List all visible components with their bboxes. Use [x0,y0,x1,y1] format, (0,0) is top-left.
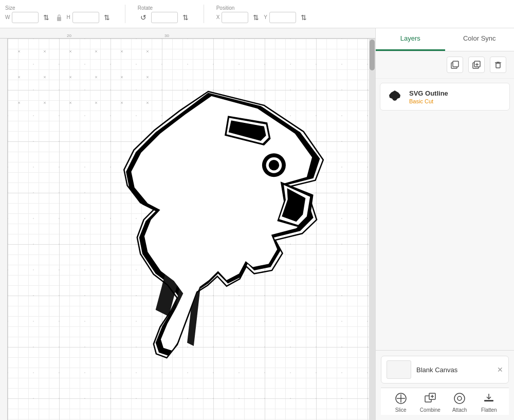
blank-canvas-item[interactable]: Blank Canvas ✕ [381,356,509,384]
combine-button[interactable]: Combine [417,391,443,413]
ruler-tick-20: 20 [67,33,71,38]
top-toolbar: Size W ⇅ H ⇅ Rotate ↺ ⇅ Position X ⇅ [0,0,514,28]
rotate-label: Rotate [138,5,153,11]
rotate-icon[interactable]: ↺ [138,12,149,23]
flatten-label: Flatten [481,407,497,413]
combine-icon [423,391,437,406]
combine-label: Combine [420,407,440,413]
layer-thumbnail [386,87,404,106]
flatten-icon [482,391,496,406]
size-group: Size W ⇅ H ⇅ [5,5,113,23]
sep2 [204,5,204,23]
y-input[interactable] [269,12,296,23]
ruler-left [0,39,8,420]
height-arrows-icon[interactable]: ⇅ [101,12,113,23]
attach-label: Attach [452,407,467,413]
copy-layer-button[interactable] [447,57,463,73]
w-label: W [5,14,10,20]
svg-point-23 [457,396,462,400]
svg-rect-8 [453,61,458,67]
svg-rect-0 [57,17,61,21]
slice-icon [394,391,408,406]
blank-canvas-thumbnail [387,360,411,379]
canvas-grid[interactable] [8,39,375,420]
blank-canvas-label: Blank Canvas [416,366,457,374]
position-label: Position [216,5,235,11]
right-panel: Layers Color Sync [375,28,514,420]
main-area: 20 30 [0,28,514,420]
x-arrows-icon[interactable]: ⇅ [250,12,262,23]
rotate-arrows-icon[interactable]: ⇅ [180,12,191,23]
svg-rect-24 [484,400,493,401]
tab-color-sync[interactable]: Color Sync [445,28,515,51]
y-label: Y [264,14,267,20]
tab-layers[interactable]: Layers [376,28,445,51]
attach-button[interactable]: Attach [447,391,472,413]
rotate-input[interactable] [151,12,178,23]
panel-actions [376,51,514,79]
flatten-button[interactable]: Flatten [476,391,502,413]
ruler-tick-30: 30 [164,33,169,38]
layer-type: Basic Cut [409,98,448,104]
layers-list: SVG Outline Basic Cut [376,79,514,350]
y-arrows-icon[interactable]: ⇅ [298,12,309,23]
size-inputs: W ⇅ H ⇅ [5,12,113,23]
rotate-inputs: ↺ ⇅ [138,12,191,23]
layer-item-svg-outline[interactable]: SVG Outline Basic Cut [380,83,510,111]
position-inputs: X ⇅ Y ⇅ [216,12,309,23]
falcon-logo [75,80,342,362]
scrollbar-thumb[interactable] [370,40,375,70]
height-input[interactable] [72,12,99,23]
h-label: H [66,14,70,20]
layer-name: SVG Outline [409,89,448,97]
size-arrows-icon[interactable]: ⇅ [41,12,52,23]
svg-point-22 [454,393,465,404]
sep1 [125,5,125,23]
rotate-group: Rotate ↺ ⇅ [138,5,191,23]
panel-bottom: Blank Canvas ✕ Slice Combine [376,350,514,420]
layer-info: SVG Outline Basic Cut [409,89,448,104]
vertical-scrollbar[interactable] [369,39,375,420]
size-label: Size [5,5,15,11]
slice-button[interactable]: Slice [388,391,414,413]
blank-canvas-close-button[interactable]: ✕ [497,366,503,374]
position-group: Position X ⇅ Y ⇅ [216,5,309,23]
attach-icon [452,391,467,406]
canvas-area[interactable]: 20 30 [0,28,375,420]
x-label: X [216,14,220,20]
add-layer-button[interactable] [468,57,485,73]
x-input[interactable] [222,12,248,23]
ruler-top: 20 30 [0,28,375,39]
slice-label: Slice [395,407,407,413]
bottom-toolbar: Slice Combine Attach [381,388,509,415]
tabs: Layers Color Sync [376,28,514,51]
delete-layer-button[interactable] [490,57,506,73]
width-input[interactable] [12,12,39,23]
svg-point-6 [269,160,279,170]
lock-icon [54,12,64,23]
svg-rect-13 [496,63,500,68]
